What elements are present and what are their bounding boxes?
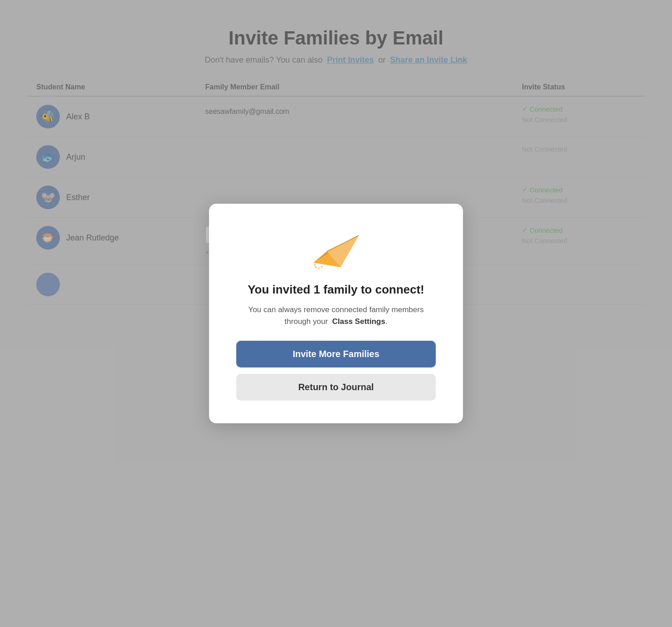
modal-heading: You invited 1 family to connect! bbox=[236, 283, 436, 297]
paper-plane-icon bbox=[309, 226, 363, 272]
invite-more-families-button[interactable]: Invite More Families bbox=[236, 341, 436, 367]
modal-overlay: You invited 1 family to connect! You can… bbox=[0, 0, 672, 627]
return-to-journal-button[interactable]: Return to Journal bbox=[236, 374, 436, 401]
success-modal: You invited 1 family to connect! You can… bbox=[209, 204, 463, 423]
modal-body: You can always remove connected family m… bbox=[236, 304, 436, 327]
